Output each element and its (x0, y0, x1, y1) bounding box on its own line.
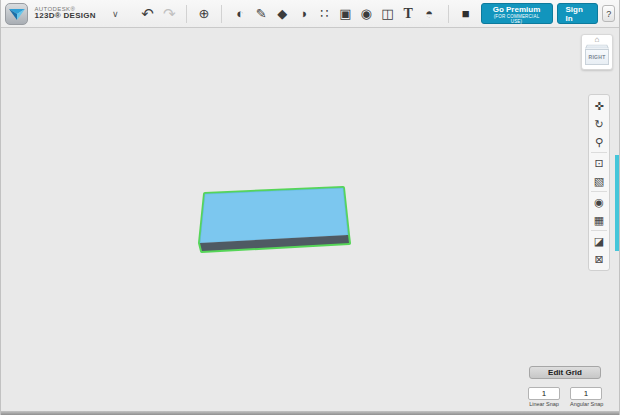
angular-snap-label: Angular Snap (570, 401, 602, 407)
modify-icon[interactable]: ◑ (293, 4, 313, 24)
side-tools-separator (591, 191, 607, 192)
sign-in-button[interactable]: Sign In (557, 3, 599, 24)
app-window: AUTODESK® 123D® DESIGN ∨ ↶ ↷ ⊕ ◐✎◆◑∷▣◉◫T… (0, 0, 620, 415)
snap-inputs-row: Linear Snap Angular Snap (528, 382, 602, 407)
window-bottom-edge (1, 411, 619, 415)
zoom-icon[interactable]: ⚲ (589, 133, 609, 151)
measure-icon[interactable]: ◫ (377, 4, 397, 24)
side-tools-separator (591, 230, 607, 231)
wireframe-icon[interactable]: ⊠ (589, 250, 609, 268)
top-toolbar: AUTODESK® 123D® DESIGN ∨ ↶ ↷ ⊕ ◐✎◆◑∷▣◉◫T… (1, 0, 619, 28)
redo-icon[interactable]: ↷ (160, 4, 178, 24)
viewcube-front-face[interactable]: RIGHT (585, 49, 609, 65)
angular-snap-input[interactable] (570, 387, 602, 400)
box-geometry (192, 182, 358, 266)
fit-icon[interactable]: ⊡ (589, 154, 609, 172)
toolbar-separator (448, 5, 449, 23)
snap-icon[interactable]: ◓ (419, 4, 439, 24)
toolbar-tool-group: ◐✎◆◑∷▣◉◫T◓ (230, 4, 440, 24)
brand-123d-design: 123D® DESIGN (34, 12, 96, 20)
grid-panel: Edit Grid Linear Snap Angular Snap (528, 366, 602, 407)
logo-glyph (8, 6, 26, 22)
linear-snap-input[interactable] (528, 387, 560, 400)
primitives-icon[interactable]: ◐ (230, 4, 250, 24)
viewcube-top-face[interactable] (585, 45, 609, 49)
grid-toggle-icon[interactable]: ▦ (589, 211, 609, 229)
home-icon[interactable]: ⌂ (595, 36, 600, 44)
shaded-view-icon[interactable]: ▧ (589, 172, 609, 190)
app-logo-icon[interactable] (5, 3, 28, 25)
go-premium-sublabel: (FOR COMMERCIAL USE) (488, 15, 546, 25)
3d-print-icon[interactable]: ■ (457, 4, 475, 24)
visibility-icon[interactable]: ◉ (589, 193, 609, 211)
toolbar-separator (186, 5, 187, 23)
viewcube-face-label: RIGHT (588, 54, 605, 60)
pan-icon[interactable]: ✜ (589, 97, 609, 115)
brand-text: AUTODESK® 123D® DESIGN (34, 6, 96, 21)
material-icon[interactable]: ◪ (589, 232, 609, 250)
chevron-down-icon[interactable]: ∨ (112, 9, 119, 19)
combine-icon[interactable]: ◉ (356, 4, 376, 24)
toolbar-separator (221, 5, 222, 23)
right-tool-strip: ✜↻⚲⊡▧◉▦◪⊠ (588, 94, 610, 271)
go-premium-button[interactable]: Go Premium (FOR COMMERCIAL USE) (481, 3, 553, 24)
selected-box-object[interactable] (192, 182, 358, 270)
screen-edge-strip (615, 155, 619, 251)
undo-icon[interactable]: ↶ (139, 4, 157, 24)
sketch-icon[interactable]: ✎ (251, 4, 271, 24)
side-tools-separator (591, 152, 607, 153)
orbit-icon[interactable]: ↻ (589, 115, 609, 133)
edit-grid-button[interactable]: Edit Grid (529, 366, 601, 379)
grouping-icon[interactable]: ▣ (335, 4, 355, 24)
linear-snap-label: Linear Snap (528, 401, 560, 407)
viewcube[interactable]: ⌂ RIGHT (581, 34, 613, 70)
transform-icon[interactable]: ⊕ (195, 4, 213, 24)
help-button[interactable]: ? (602, 5, 615, 22)
text-icon[interactable]: T (398, 4, 418, 24)
pattern-icon[interactable]: ∷ (314, 4, 334, 24)
construct-icon[interactable]: ◆ (272, 4, 292, 24)
